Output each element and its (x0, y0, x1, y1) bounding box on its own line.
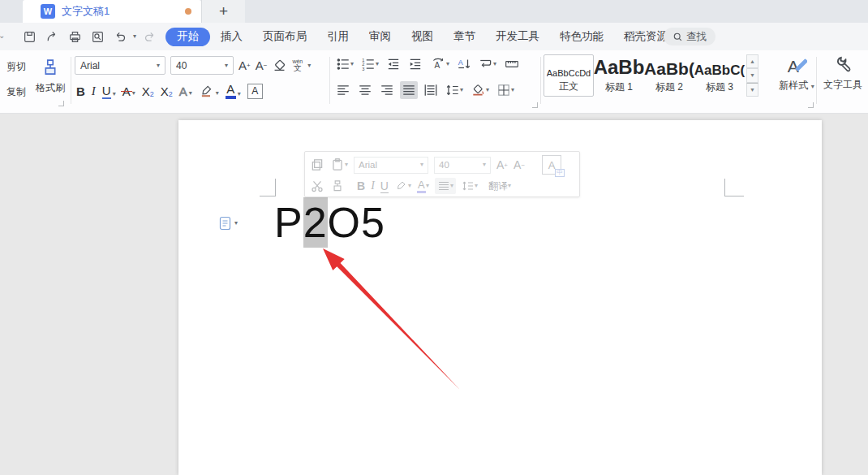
export-button[interactable] (42, 27, 62, 46)
sort-icon: A (457, 57, 471, 71)
clipboard-dialog-launcher[interactable] (58, 101, 64, 106)
italic-button[interactable]: I (92, 84, 96, 98)
mini-underline-button[interactable]: U (380, 179, 389, 193)
print-preview-button[interactable] (88, 27, 107, 46)
style-heading1[interactable]: AaBb 标题 1 (594, 54, 644, 97)
font-group: Arial ▾ 40 ▾ A+ A− wén 文 ▾ B (73, 50, 329, 114)
sort-button[interactable]: A (457, 57, 471, 71)
wps-writer-window: W 文字文稿1 + ⌄ ▾ (0, 0, 868, 475)
new-tab-button[interactable]: + (201, 0, 245, 23)
document-tab[interactable]: W 文字文稿1 (23, 0, 201, 23)
find-search-box[interactable]: 查找 (664, 28, 715, 45)
undo-button[interactable] (110, 27, 130, 46)
gallery-scroll-down-button[interactable]: ▼ (746, 68, 758, 82)
format-painter-label: 格式刷 (36, 81, 65, 95)
font-color-button[interactable]: A ▾ (226, 83, 241, 99)
character-shading-button[interactable]: A (247, 84, 263, 99)
mini-format-painter-button[interactable] (330, 179, 345, 193)
distribute-button[interactable] (423, 83, 438, 97)
gallery-scroll-up-button[interactable]: ▲ (746, 54, 758, 68)
mini-highlight-button[interactable]: ▾ (394, 179, 411, 192)
gallery-more-button[interactable]: ▼ (746, 83, 758, 97)
align-left-icon (336, 83, 350, 97)
styles-gallery: AaBbCcDd 正文 AaBb 标题 1 AaBb( 标题 2 AaBbC( … (544, 54, 745, 97)
font-name-combobox[interactable]: Arial ▾ (75, 56, 165, 75)
mini-cut-button[interactable] (310, 179, 324, 193)
tab-section[interactable]: 章节 (444, 28, 485, 46)
justify-icon (402, 83, 416, 97)
decrease-font-button[interactable]: A− (256, 58, 268, 72)
superscript-button[interactable]: X2 (142, 84, 154, 98)
mini-translate-button[interactable]: 翻译 ▾ (488, 179, 511, 193)
text-tool-button[interactable]: 文字工具 (819, 55, 866, 92)
underline-button[interactable]: U ▾ (102, 84, 116, 99)
paragraph-layout-button[interactable]: ▾ (219, 216, 238, 231)
align-center-button[interactable] (358, 83, 372, 97)
increase-font-button[interactable]: A+ (238, 58, 251, 72)
tab-home[interactable]: 开始 (165, 28, 210, 46)
undo-dropdown-caret[interactable]: ▾ (133, 33, 136, 40)
mini-justify-button[interactable]: ▾ (435, 178, 456, 194)
document-text-line[interactable]: P2O5 (274, 197, 385, 248)
align-right-button[interactable] (380, 83, 394, 97)
mini-increase-font-button[interactable]: A+ (496, 158, 508, 171)
justify-button[interactable] (400, 81, 418, 99)
new-style-icon: A (786, 55, 807, 76)
line-break-button[interactable]: ▾ (479, 57, 496, 71)
tab-developer[interactable]: 开发工具 (486, 28, 549, 46)
ribbon-tab-row: ⌄ ▾ 开始 (0, 23, 868, 50)
numbered-list-button[interactable]: 123 ▾ (361, 57, 379, 71)
cut-button[interactable]: 剪切 (6, 60, 26, 74)
collapsed-menu-chevron-icon[interactable]: ⌄ (0, 31, 5, 40)
tab-stops-button[interactable] (504, 57, 520, 71)
print-button[interactable] (65, 27, 84, 46)
tab-review[interactable]: 审阅 (359, 28, 401, 46)
tab-references[interactable]: 引用 (317, 28, 359, 46)
mini-font-name-combobox[interactable]: Arial ▾ (354, 157, 428, 174)
paragraph-dialog-launcher[interactable] (532, 102, 538, 108)
style-heading2[interactable]: AaBb( 标题 2 (644, 54, 694, 97)
tab-view[interactable]: 视图 (402, 28, 443, 46)
new-style-button[interactable]: A 新样式 ▾ (776, 55, 818, 93)
mini-font-color-button[interactable]: A ▾ (417, 179, 429, 193)
tab-special-features[interactable]: 特色功能 (550, 28, 613, 46)
strikethrough-button[interactable]: A ▾ (122, 84, 135, 98)
align-right-icon (380, 83, 394, 97)
font-color-bar (226, 96, 236, 99)
document-area[interactable]: ▾ P2O5 ▾ Arial ▾ (0, 114, 868, 475)
clear-format-button[interactable] (272, 58, 287, 73)
copy-button[interactable]: 复制 (6, 85, 26, 99)
mini-bold-button[interactable]: B (357, 179, 365, 192)
text-effects-button[interactable]: A ▾ (179, 84, 192, 98)
align-left-button[interactable] (336, 83, 350, 97)
increase-indent-button[interactable] (408, 57, 423, 71)
save-icon (23, 30, 37, 44)
bold-button[interactable]: B (76, 84, 85, 98)
shading-button[interactable]: ▾ (471, 83, 489, 97)
mini-font-size-combobox[interactable]: 40 ▾ (434, 157, 491, 174)
style-heading3[interactable]: AaBbC( 标题 3 (694, 54, 745, 97)
mini-decrease-font-button[interactable]: A− (513, 158, 525, 171)
mini-italic-button[interactable]: I (371, 179, 375, 192)
mini-paste-button[interactable]: ▾ (330, 158, 348, 172)
mini-line-spacing-button[interactable]: ▾ (462, 179, 478, 192)
subscript-button[interactable]: X2 (161, 84, 173, 98)
tab-insert[interactable]: 插入 (211, 28, 252, 46)
mini-text-convert-button[interactable]: A中 (542, 155, 561, 175)
font-size-combobox[interactable]: 40 ▾ (170, 56, 234, 75)
style-normal[interactable]: AaBbCcDd 正文 (544, 54, 594, 97)
format-painter-button[interactable]: 格式刷 (34, 57, 67, 95)
highlight-button[interactable]: ▾ (199, 84, 219, 98)
styles-dialog-launcher[interactable] (808, 102, 814, 108)
borders-button[interactable]: ▾ (496, 83, 514, 97)
save-button[interactable] (19, 27, 39, 46)
redo-button[interactable] (140, 27, 159, 46)
line-spacing-button[interactable]: ▾ (445, 83, 463, 97)
bullet-list-button[interactable]: ▾ (336, 57, 354, 71)
decrease-indent-button[interactable] (386, 57, 401, 71)
phonetic-guide-button[interactable]: wén 文 (292, 58, 303, 72)
floating-mini-toolbar[interactable]: ▾ Arial ▾ 40 ▾ A+ A− A中 (304, 151, 580, 197)
tab-page-layout[interactable]: 页面布局 (253, 28, 316, 46)
text-direction-button[interactable]: A ▾ (430, 57, 449, 71)
mini-copy-button[interactable] (310, 158, 324, 172)
